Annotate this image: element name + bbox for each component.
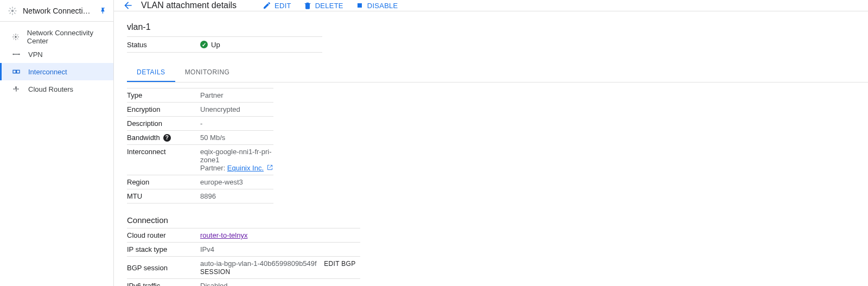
row-type: Type Partner — [127, 88, 273, 103]
row-encryption: Encryption Unencrypted — [127, 103, 273, 117]
row-mtu: MTU 8896 — [127, 189, 273, 204]
label-encryption: Encryption — [127, 105, 200, 113]
interconnect-name: eqix-google-nni1-fr-pri-zone1 — [200, 148, 273, 164]
label-region: Region — [127, 178, 200, 186]
product-logo-icon — [8, 6, 17, 16]
status-text: Up — [211, 41, 220, 49]
svg-rect-22 — [17, 70, 20, 73]
value-type: Partner — [200, 91, 273, 99]
svg-line-6 — [14, 12, 15, 14]
svg-line-14 — [14, 35, 15, 36]
sidebar-item-ncc[interactable]: Network Connectivity Center — [0, 28, 113, 46]
sidebar: Network Connecti… Network Connectivity C… — [0, 0, 114, 286]
value-bgp-session: auto-ia-bgp-vlan-1-40b6599809b549f EDIT … — [200, 259, 360, 276]
svg-point-19 — [18, 54, 20, 55]
svg-rect-21 — [13, 70, 16, 73]
main: VLAN attachment details EDIT DELETE — [114, 0, 868, 286]
sidebar-item-label: VPN — [28, 50, 43, 59]
label-description: Description — [127, 119, 200, 128]
trash-icon — [303, 1, 312, 10]
top-actions: EDIT DELETE DISABLE — [263, 1, 410, 10]
label-cloud-router: Cloud router — [127, 231, 200, 239]
hub-icon — [11, 33, 21, 41]
content: vlan-1 Status ✓ Up DETAILS MONITORING Ty… — [114, 11, 868, 286]
value-interconnect: eqix-google-nni1-fr-pri-zone1 Partner: E… — [200, 148, 273, 172]
pin-icon[interactable] — [99, 7, 107, 15]
sidebar-items: Network Connectivity Center VPN Intercon… — [0, 22, 113, 98]
status-value: ✓ Up — [200, 41, 220, 49]
row-ipv6: IPv6 traffic Disabled — [127, 279, 360, 286]
product-title: Network Connecti… — [23, 7, 96, 15]
routers-icon — [11, 85, 22, 93]
tabs: DETAILS MONITORING — [127, 62, 868, 82]
value-ip-stack: IPv4 — [200, 245, 360, 253]
connection-title: Connection — [127, 215, 868, 225]
svg-rect-20 — [14, 54, 18, 54]
tab-monitoring[interactable]: MONITORING — [175, 62, 240, 82]
row-ip-stack: IP stack type IPv4 — [127, 243, 360, 257]
svg-line-15 — [17, 39, 18, 40]
tab-details[interactable]: DETAILS — [127, 62, 175, 82]
svg-point-0 — [11, 9, 14, 12]
row-bandwidth: Bandwidth ? 50 Mb/s — [127, 131, 273, 145]
value-cloud-router: router-to-telnyx — [200, 231, 360, 239]
vpn-icon — [11, 50, 22, 59]
svg-line-7 — [10, 12, 11, 14]
external-link-icon — [267, 164, 273, 172]
svg-line-16 — [14, 39, 15, 40]
label-bgp-session: BGP session — [127, 264, 200, 272]
sidebar-item-interconnect[interactable]: Interconnect — [0, 63, 113, 80]
sidebar-item-label: Cloud Routers — [28, 85, 73, 93]
stop-icon — [355, 1, 364, 10]
cloud-router-link[interactable]: router-to-telnyx — [200, 231, 247, 239]
svg-point-9 — [15, 36, 16, 37]
svg-line-8 — [14, 8, 15, 9]
back-arrow-icon[interactable] — [123, 0, 133, 11]
help-icon[interactable]: ? — [163, 134, 171, 142]
svg-line-5 — [10, 8, 11, 9]
status-row: Status ✓ Up — [127, 36, 322, 53]
resource-name: vlan-1 — [127, 22, 868, 32]
sidebar-item-cloud-routers[interactable]: Cloud Routers — [0, 80, 113, 98]
delete-label: DELETE — [315, 2, 343, 10]
label-ipv6: IPv6 traffic — [127, 282, 200, 286]
disable-label: DISABLE — [367, 2, 398, 10]
value-encryption: Unencrypted — [200, 105, 273, 113]
status-label: Status — [127, 41, 200, 49]
page-title: VLAN attachment details — [141, 1, 237, 10]
row-cloud-router: Cloud router router-to-telnyx — [127, 228, 360, 243]
pencil-icon — [263, 1, 271, 10]
label-ip-stack: IP stack type — [127, 245, 200, 253]
value-ipv6: Disabled — [200, 282, 360, 286]
sidebar-header: Network Connecti… — [0, 0, 113, 22]
svg-point-18 — [12, 54, 14, 55]
partner-line: Partner: Equinix Inc. — [200, 164, 273, 172]
sidebar-item-label: Network Connectivity Center — [27, 29, 107, 45]
label-mtu: MTU — [127, 192, 200, 200]
interconnect-icon — [11, 67, 22, 76]
disable-button[interactable]: DISABLE — [355, 1, 398, 10]
details-table: Type Partner Encryption Unencrypted Desc… — [127, 88, 273, 204]
svg-rect-23 — [358, 3, 362, 8]
row-region: Region europe-west3 — [127, 175, 273, 189]
edit-button[interactable]: EDIT — [263, 1, 291, 10]
label-interconnect: Interconnect — [127, 148, 200, 156]
status-ok-icon: ✓ — [200, 41, 208, 48]
sidebar-item-vpn[interactable]: VPN — [0, 46, 113, 63]
row-interconnect: Interconnect eqix-google-nni1-fr-pri-zon… — [127, 145, 273, 175]
row-bgp-session: BGP session auto-ia-bgp-vlan-1-40b659980… — [127, 257, 360, 279]
label-bandwidth: Bandwidth ? — [127, 134, 200, 142]
label-type: Type — [127, 91, 200, 99]
value-description: - — [200, 119, 273, 128]
delete-button[interactable]: DELETE — [303, 1, 343, 10]
row-description: Description - — [127, 117, 273, 131]
sidebar-item-label: Interconnect — [28, 68, 67, 76]
value-bandwidth: 50 Mb/s — [200, 134, 273, 142]
topbar: VLAN attachment details EDIT DELETE — [114, 0, 868, 11]
connection-table: Cloud router router-to-telnyx IP stack t… — [127, 228, 360, 286]
partner-link[interactable]: Equinix Inc. — [227, 164, 264, 172]
value-mtu: 8896 — [200, 192, 273, 200]
value-region: europe-west3 — [200, 178, 273, 186]
edit-label: EDIT — [275, 2, 291, 10]
svg-line-17 — [17, 35, 18, 36]
